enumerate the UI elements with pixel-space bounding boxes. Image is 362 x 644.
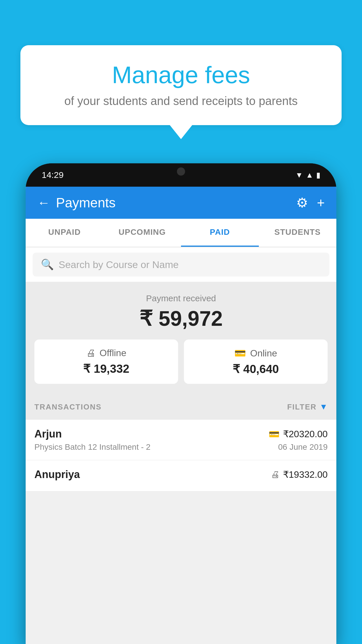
offline-card-top: 🖨 Offline [40, 348, 172, 358]
transaction-amount: ₹20320.00 [283, 428, 328, 440]
phone-notch [155, 163, 207, 179]
add-button[interactable]: + [317, 195, 325, 211]
transaction-amount-container: 🖨 ₹19332.00 [271, 469, 328, 480]
transaction-date: 06 June 2019 [278, 442, 328, 452]
back-button[interactable]: ← [37, 195, 50, 210]
page-title: Payments [56, 195, 116, 211]
payment-summary: Payment received ₹ 59,972 🖨 Offline ₹ 19… [26, 282, 336, 394]
transaction-bottom: Physics Batch 12 Installment - 2 06 June… [34, 442, 328, 452]
search-bar[interactable]: 🔍 Search by Course or Name [33, 253, 329, 276]
tab-paid[interactable]: PAID [181, 219, 259, 247]
status-bar: 14:29 ▼ ▲ ▮ [26, 163, 336, 187]
status-icons: ▼ ▲ ▮ [296, 171, 320, 180]
transactions-header: TRANSACTIONS FILTER ▼ [26, 394, 336, 420]
camera [177, 167, 185, 176]
transaction-name: Arjun [34, 428, 62, 440]
filter-label: FILTER [287, 402, 317, 412]
online-card-top: 💳 Online [190, 348, 322, 359]
transaction-name: Anupriya [34, 468, 80, 481]
online-amount: ₹ 40,640 [190, 362, 322, 376]
tab-upcoming[interactable]: UPCOMING [103, 219, 181, 247]
total-amount: ₹ 59,972 [34, 306, 328, 331]
offline-label: Offline [100, 348, 126, 358]
tab-students[interactable]: STUDENTS [259, 219, 337, 247]
search-icon: 🔍 [41, 258, 54, 271]
signal-icon: ▲ [306, 171, 313, 180]
transaction-top: Arjun 💳 ₹20320.00 [34, 428, 328, 440]
online-label: Online [250, 348, 277, 359]
payment-type-icon: 🖨 [271, 470, 280, 480]
wifi-icon: ▼ [296, 171, 303, 180]
offline-icon: 🖨 [86, 348, 96, 358]
phone-frame: 14:29 ▼ ▲ ▮ ← Payments ⚙ + UNPAID UPCOMI… [26, 163, 336, 644]
payment-type-icon: 💳 [269, 429, 280, 439]
online-card: 💳 Online ₹ 40,640 [184, 340, 328, 384]
online-icon: 💳 [234, 348, 246, 359]
transactions-label: TRANSACTIONS [34, 402, 102, 412]
transaction-amount-container: 💳 ₹20320.00 [269, 428, 328, 440]
header-right: ⚙ + [296, 195, 325, 211]
settings-icon[interactable]: ⚙ [296, 195, 308, 211]
tabs: UNPAID UPCOMING PAID STUDENTS [26, 219, 336, 247]
bubble-subtitle: of your students and send receipts to pa… [38, 94, 324, 108]
transaction-amount: ₹19332.00 [283, 469, 328, 480]
battery-icon: ▮ [316, 171, 320, 180]
payment-received-label: Payment received [34, 293, 328, 303]
filter-container[interactable]: FILTER ▼ [287, 402, 328, 412]
table-row[interactable]: Arjun 💳 ₹20320.00 Physics Batch 12 Insta… [26, 420, 336, 460]
phone-time: 14:29 [42, 170, 64, 180]
transaction-top: Anupriya 🖨 ₹19332.00 [34, 468, 328, 481]
offline-amount: ₹ 19,332 [40, 362, 172, 375]
filter-icon: ▼ [319, 402, 328, 412]
table-row[interactable]: Anupriya 🖨 ₹19332.00 [26, 460, 336, 491]
phone-screen: ← Payments ⚙ + UNPAID UPCOMING PAID STUD… [26, 187, 336, 644]
header-left: ← Payments [37, 195, 116, 211]
offline-card: 🖨 Offline ₹ 19,332 [34, 340, 178, 384]
search-container: 🔍 Search by Course or Name [26, 247, 336, 282]
app-header: ← Payments ⚙ + [26, 187, 336, 219]
payment-cards: 🖨 Offline ₹ 19,332 💳 Online ₹ 40,640 [34, 340, 328, 384]
speech-bubble: Manage fees of your students and send re… [20, 45, 342, 125]
tab-unpaid[interactable]: UNPAID [26, 219, 103, 247]
search-input[interactable]: Search by Course or Name [59, 259, 179, 270]
bubble-title: Manage fees [38, 61, 324, 89]
transaction-course: Physics Batch 12 Installment - 2 [34, 442, 150, 452]
